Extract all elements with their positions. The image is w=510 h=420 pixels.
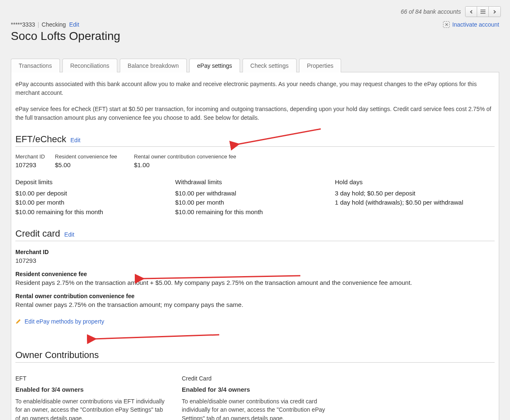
pager-next-button[interactable] xyxy=(489,7,500,17)
inactivate-account-link[interactable]: ✕ Inactivate account xyxy=(443,21,499,28)
oc-cc-enabled: Enabled for 3/4 owners xyxy=(182,386,336,393)
pager-text: 66 of 84 bank accounts xyxy=(401,8,461,15)
edit-account-link[interactable]: Edit xyxy=(69,21,79,28)
page-title: Soco Lofts Operating xyxy=(11,30,499,43)
cc-resident-fee-label: Resident convenience fee xyxy=(15,271,495,277)
rental-owner-fee-value: $1.00 xyxy=(134,161,236,168)
merchant-id-value: 107293 xyxy=(15,161,55,168)
pager-prev-button[interactable] xyxy=(465,7,477,17)
edit-epay-methods-label: Edit ePay methods by property xyxy=(25,318,104,325)
withdrawal-limits-label: Withdrawal limits xyxy=(175,178,335,187)
oc-eft-title: EFT xyxy=(15,375,169,382)
hold-days-1: 1 day hold (withdrawals); $0.50 per with… xyxy=(335,198,495,208)
tab-transactions[interactable]: Transactions xyxy=(11,59,60,72)
annotation-arrow-3 xyxy=(90,334,223,343)
owner-contrib-cc: Credit Card Enabled for 3/4 owners To en… xyxy=(182,375,336,420)
epay-panel: ePay accounts associated with this bank … xyxy=(11,72,499,420)
cc-rental-owner-fee-desc: Rental owner pays 2.75% on the transacti… xyxy=(15,301,495,308)
hold-days-0: 3 day hold; $0.50 per deposit xyxy=(335,189,495,198)
tab-balance-breakdown[interactable]: Balance breakdown xyxy=(120,59,187,72)
divider: | xyxy=(35,21,42,28)
rental-owner-fee-label: Rental owner contribution convenience fe… xyxy=(134,153,236,160)
deposit-limit-2: $10.00 remaining for this month xyxy=(15,208,175,217)
cc-rental-owner-fee-label: Rental owner contribution convenience fe… xyxy=(15,293,495,299)
withdrawal-limit-0: $10.00 per withdrawal xyxy=(175,189,335,198)
oc-eft-enabled: Enabled for 3/4 owners xyxy=(15,386,169,393)
close-icon: ✕ xyxy=(443,21,450,28)
pencil-icon xyxy=(15,319,21,324)
pager-list-button[interactable] xyxy=(477,7,489,17)
chevron-right-icon xyxy=(493,10,496,14)
tab-epay-settings[interactable]: ePay settings xyxy=(189,59,240,72)
resident-fee-value: $5.00 xyxy=(55,161,134,168)
tab-properties[interactable]: Properties xyxy=(299,59,342,72)
list-icon xyxy=(480,10,485,14)
account-type: Checking xyxy=(42,21,66,28)
tab-check-settings[interactable]: Check settings xyxy=(243,59,297,72)
cc-edit-link[interactable]: Edit xyxy=(64,231,74,238)
inactivate-label: Inactivate account xyxy=(452,21,499,28)
tabs: Transactions Reconciliations Balance bre… xyxy=(11,59,499,72)
intro-text: ePay accounts associated with this bank … xyxy=(15,80,495,122)
cc-resident-fee-desc: Resident pays 2.75% on the transaction a… xyxy=(15,279,495,286)
resident-fee-label: Resident convenience fee xyxy=(55,153,134,160)
eft-edit-link[interactable]: Edit xyxy=(70,137,80,143)
account-meta: *****3333 | Checking Edit xyxy=(11,21,79,28)
edit-epay-methods-link[interactable]: Edit ePay methods by property xyxy=(15,318,495,325)
cc-merchant-id-value: 107293 xyxy=(15,257,495,264)
hold-days-label: Hold days xyxy=(335,178,495,187)
oc-eft-desc: To enable/disable owner contributions vi… xyxy=(15,397,169,420)
withdrawal-limit-1: $10.00 per month xyxy=(175,198,335,208)
oc-cc-title: Credit Card xyxy=(182,375,336,382)
svg-line-5 xyxy=(94,335,219,339)
tab-reconciliations[interactable]: Reconciliations xyxy=(62,59,117,72)
intro-p2: ePay service fees for eCheck (EFT) start… xyxy=(15,105,495,122)
owner-contrib-heading: Owner Contributions xyxy=(15,350,99,361)
eft-section-heading: EFT/eCheck Edit xyxy=(15,134,495,147)
intro-p1: ePay accounts associated with this bank … xyxy=(15,80,495,97)
eft-heading: EFT/eCheck xyxy=(15,134,66,145)
oc-cc-desc: To enable/disable owner contributions vi… xyxy=(182,397,336,420)
deposit-limits-label: Deposit limits xyxy=(15,178,175,187)
deposit-limit-0: $10.00 per deposit xyxy=(15,189,175,198)
top-bar: 66 of 84 bank accounts xyxy=(4,0,506,21)
merchant-id-label: Merchant ID xyxy=(15,153,55,160)
account-masked-number: *****3333 xyxy=(11,21,35,28)
cc-section-heading: Credit card Edit xyxy=(15,228,495,241)
owner-contrib-eft: EFT Enabled for 3/4 owners To enable/dis… xyxy=(15,375,169,420)
pager-controls xyxy=(465,6,501,17)
deposit-limit-1: $10.00 per month xyxy=(15,198,175,208)
cc-heading: Credit card xyxy=(15,228,60,239)
cc-merchant-id-label: Merchant ID xyxy=(15,249,495,255)
withdrawal-limit-2: $10.00 remaining for this month xyxy=(175,208,335,217)
chevron-left-icon xyxy=(470,10,473,14)
owner-contrib-section-heading: Owner Contributions xyxy=(15,350,495,363)
